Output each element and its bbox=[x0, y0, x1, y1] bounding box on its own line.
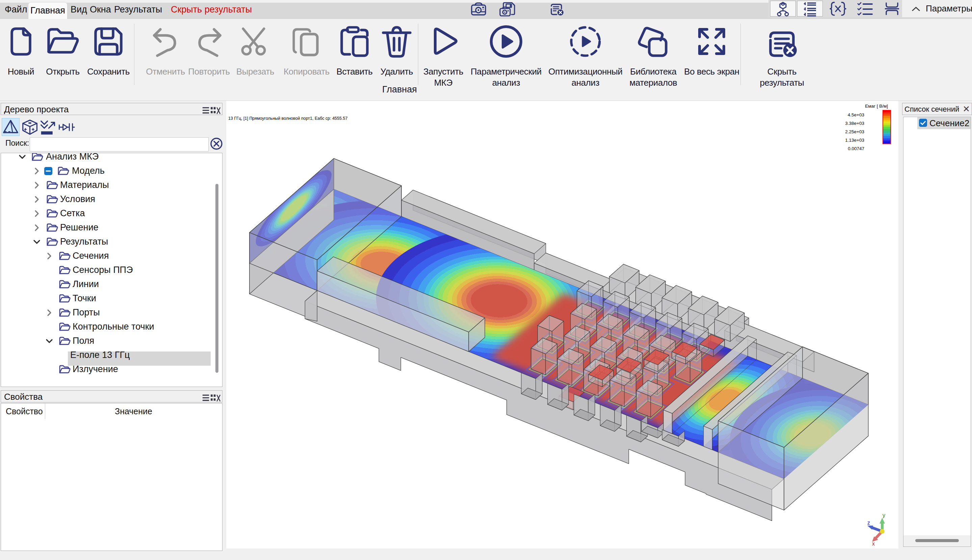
svg-text:y: y bbox=[882, 512, 885, 518]
svg-text:z: z bbox=[867, 520, 870, 526]
svg-text:x: x bbox=[872, 541, 875, 547]
